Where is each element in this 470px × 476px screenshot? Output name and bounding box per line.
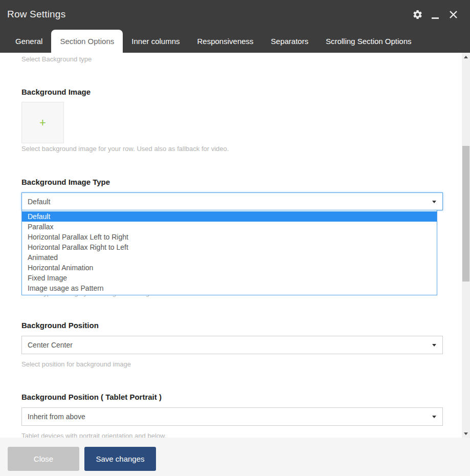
minimize-icon[interactable] [430,8,441,20]
dialog-header: Row Settings GeneralSection OptionsInner… [0,0,470,53]
dropdown-option[interactable]: Fixed Image [22,273,437,283]
dropdown-option[interactable]: Image usage as Pattern [22,283,437,293]
background-image-help: Select background image for your row. Us… [21,145,229,153]
background-position-heading: Background Position [21,321,99,330]
triangle-down-icon [464,432,468,435]
tab[interactable]: Inner columns [123,30,188,53]
dialog-title: Row Settings [7,9,65,20]
background-position-value: Center Center [28,341,73,349]
background-position-tablet-help: Tablet devices with portrait orientation… [21,432,166,438]
scrollbar-thumb[interactable] [462,146,469,282]
background-position-tablet-heading: Background Position ( Tablet Portrait ) [21,393,162,401]
scroll-down-arrow[interactable] [462,429,470,438]
background-position-tablet-select[interactable]: Inherit from above [21,407,443,426]
dropdown-option[interactable]: Horizontal Parallax Left to Right [22,232,437,242]
background-position-select[interactable]: Center Center [21,336,443,354]
settings-panel: Select Background type Background Image … [0,53,462,438]
background-position-tablet-value: Inherit from above [28,413,85,421]
tab[interactable]: Section Options [51,30,123,53]
triangle-up-icon [464,56,468,58]
add-background-image-button[interactable]: + [21,102,64,143]
tab[interactable]: Separators [262,30,317,53]
close-button[interactable]: Close [8,447,79,471]
chevron-down-icon [432,201,436,203]
dropdown-option[interactable]: Horizontal Animation [22,263,437,273]
scroll-up-arrow[interactable] [462,53,470,61]
plus-icon: + [39,117,46,128]
dropdown-option[interactable]: Horizontal Parallax Right to Left [22,242,437,252]
background-image-type-dropdown: DefaultParallaxHorizontal Parallax Left … [21,210,437,295]
chevron-down-icon [432,416,436,418]
save-changes-button[interactable]: Save changes [84,447,156,471]
background-position-help: Select position for background image [21,360,131,368]
dropdown-option[interactable]: Animated [22,252,437,263]
tab[interactable]: Scrolling Section Options [317,30,420,53]
tab[interactable]: Responsiveness [189,30,262,53]
background-image-type-value: Default [28,198,50,206]
tab-bar: GeneralSection OptionsInner columnsRespo… [7,30,420,53]
tab[interactable]: General [7,30,51,53]
background-image-heading: Background Image [21,88,91,96]
previous-field-help: Select Background type [21,55,92,63]
gear-icon[interactable] [412,8,423,20]
background-image-type-select[interactable]: Default [21,192,443,210]
close-icon[interactable] [447,8,459,20]
scrollbar-track[interactable] [462,53,470,438]
background-image-type-heading: Background Image Type [21,178,110,186]
dropdown-option[interactable]: Parallax [22,222,437,232]
dialog-footer: Close Save changes [0,438,470,476]
dropdown-option[interactable]: Default [22,211,437,222]
chevron-down-icon [432,344,436,347]
